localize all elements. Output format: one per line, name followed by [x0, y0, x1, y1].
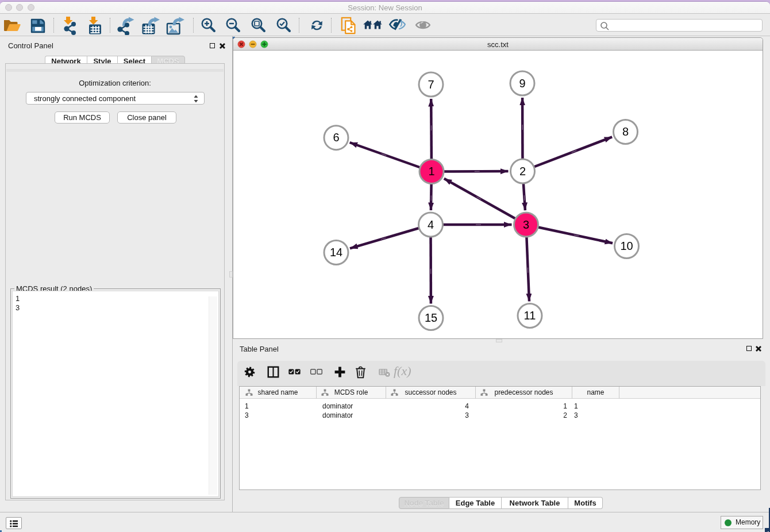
- svg-text:15: 15: [425, 311, 437, 324]
- svg-text:4: 4: [428, 218, 434, 231]
- svg-text:2: 2: [519, 165, 526, 178]
- svg-text:7: 7: [428, 78, 434, 91]
- svg-text:10: 10: [620, 240, 633, 252]
- svg-text:1: 1: [428, 165, 434, 178]
- svg-text:8: 8: [622, 125, 629, 138]
- svg-text:14: 14: [330, 246, 342, 259]
- svg-text:6: 6: [333, 131, 339, 144]
- svg-text:3: 3: [523, 218, 529, 231]
- svg-text:11: 11: [524, 309, 536, 322]
- svg-text:9: 9: [519, 77, 525, 90]
